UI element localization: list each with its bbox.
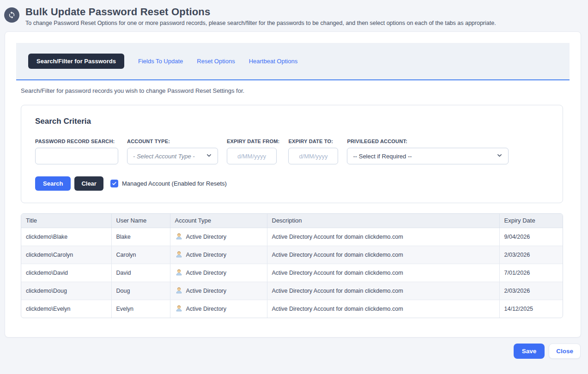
table-row[interactable]: clickdemo\Evelyn Evelyn Active Directory… — [21, 300, 563, 318]
tab-description: Search/Filter for password records you w… — [21, 87, 570, 94]
main-card: Search/Filter for Passwords Fields To Up… — [5, 31, 581, 338]
search-criteria-panel: Search Criteria PASSWORD RECORD SEARCH: … — [21, 105, 563, 203]
cell-user-name: Carolyn — [111, 246, 170, 264]
cell-expiry-date: 2/03/2026 — [499, 282, 563, 300]
managed-account-checkbox-wrap[interactable]: Managed Account (Enabled for Resets) — [110, 180, 227, 187]
search-criteria-heading: Search Criteria — [35, 117, 549, 126]
table-row[interactable]: clickdemo\Doug Doug Active Directory Act… — [21, 282, 563, 300]
tab-reset-options[interactable]: Reset Options — [197, 58, 235, 65]
cell-description: Active Directory Account for domain clic… — [267, 228, 499, 246]
cell-user-name: Doug — [111, 282, 170, 300]
column-header-expiry-date[interactable]: Expiry Date — [499, 214, 563, 228]
cell-title: clickdemo\Blake — [21, 228, 111, 246]
search-button[interactable]: Search — [35, 176, 71, 191]
cell-description: Active Directory Account for domain clic… — [267, 246, 499, 264]
password-record-search-field: PASSWORD RECORD SEARCH: — [35, 139, 118, 164]
search-actions-row: Search Clear Managed Account (Enabled fo… — [35, 176, 549, 191]
account-type-label: ACCOUNT TYPE: — [127, 139, 218, 144]
table-body: clickdemo\Blake Blake Active Directory A… — [21, 228, 563, 318]
cell-user-name: Blake — [111, 228, 170, 246]
tab-heartbeat-options[interactable]: Heartbeat Options — [249, 58, 298, 65]
password-record-search-input[interactable] — [35, 148, 118, 164]
save-button[interactable]: Save — [514, 344, 545, 359]
account-type-field: ACCOUNT TYPE: - Select Account Type - — [127, 139, 218, 164]
cell-title: clickdemo\David — [21, 264, 111, 282]
expiry-date-from-field: EXPIRY DATE FROM: — [227, 139, 279, 164]
privileged-account-select[interactable]: -- Select if Required -- — [347, 148, 509, 164]
close-button[interactable]: Close — [549, 344, 581, 359]
results-table: Title User Name Account Type Description… — [21, 213, 563, 318]
page-title: Bulk Update Password Reset Options — [25, 6, 496, 18]
cell-user-name: David — [111, 264, 170, 282]
expiry-date-from-label: EXPIRY DATE FROM: — [227, 139, 279, 144]
expiry-date-to-input[interactable] — [288, 148, 338, 164]
footer-actions: Save Close — [0, 344, 581, 359]
column-header-title[interactable]: Title — [21, 214, 111, 228]
password-record-search-label: PASSWORD RECORD SEARCH: — [35, 139, 118, 144]
cell-description: Active Directory Account for domain clic… — [267, 282, 499, 300]
cell-account-type: Active Directory — [175, 264, 262, 282]
cell-account-type: Active Directory — [175, 228, 262, 246]
table-row[interactable]: clickdemo\David David Active Directory A… — [21, 264, 563, 282]
chevron-down-icon — [497, 152, 503, 160]
cell-expiry-date: 9/04/2026 — [499, 228, 563, 246]
expiry-date-from-input[interactable] — [227, 148, 277, 164]
tab-fields-to-update[interactable]: Fields To Update — [138, 58, 183, 65]
user-icon — [175, 268, 183, 277]
cell-description: Active Directory Account for domain clic… — [267, 264, 499, 282]
expiry-date-to-field: EXPIRY DATE TO: — [288, 139, 338, 164]
managed-account-checkbox[interactable] — [110, 180, 118, 187]
cell-title: clickdemo\Carolyn — [21, 246, 111, 264]
user-icon — [175, 232, 183, 241]
cell-expiry-date: 2/03/2026 — [499, 246, 563, 264]
column-header-description[interactable]: Description — [267, 214, 499, 228]
tab-search-filter-for-passwords[interactable]: Search/Filter for Passwords — [28, 54, 124, 69]
privileged-account-label: PRIVILEGED ACCOUNT: — [347, 139, 509, 144]
cell-description: Active Directory Account for domain clic… — [267, 300, 499, 318]
managed-account-checkbox-label: Managed Account (Enabled for Resets) — [122, 180, 227, 187]
header-text: Bulk Update Password Reset Options To ch… — [25, 6, 496, 26]
table-header-row: Title User Name Account Type Description… — [21, 214, 563, 228]
search-criteria-form: PASSWORD RECORD SEARCH: ACCOUNT TYPE: - … — [35, 139, 549, 164]
account-type-selected-value: - Select Account Type - — [133, 153, 195, 160]
cell-expiry-date: 7/01/2026 — [499, 264, 563, 282]
cell-title: clickdemo\Doug — [21, 282, 111, 300]
page-header: Bulk Update Password Reset Options To ch… — [0, 0, 588, 26]
account-type-select[interactable]: - Select Account Type - — [127, 148, 218, 164]
cell-expiry-date: 14/12/2025 — [499, 300, 563, 318]
table-row[interactable]: clickdemo\Carolyn Carolyn Active Directo… — [21, 246, 563, 264]
expiry-date-to-label: EXPIRY DATE TO: — [288, 139, 338, 144]
sync-icon — [4, 7, 19, 23]
cell-account-type: Active Directory — [175, 300, 262, 318]
privileged-account-field: PRIVILEGED ACCOUNT: -- Select if Require… — [347, 139, 509, 164]
clear-button[interactable]: Clear — [74, 176, 103, 191]
chevron-down-icon — [206, 152, 212, 160]
user-icon — [175, 286, 183, 296]
user-icon — [175, 250, 183, 259]
column-header-user-name[interactable]: User Name — [111, 214, 170, 228]
tab-strip: Search/Filter for Passwords Fields To Up… — [16, 43, 570, 80]
cell-user-name: Evelyn — [111, 300, 170, 318]
column-header-account-type[interactable]: Account Type — [170, 214, 267, 228]
user-icon — [175, 304, 183, 314]
cell-account-type: Active Directory — [175, 282, 262, 300]
cell-title: clickdemo\Evelyn — [21, 300, 111, 318]
page-subtitle: To change Password Reset Options for one… — [25, 20, 496, 26]
cell-account-type: Active Directory — [175, 246, 262, 264]
privileged-account-selected-value: -- Select if Required -- — [353, 153, 412, 160]
table-row[interactable]: clickdemo\Blake Blake Active Directory A… — [21, 228, 563, 246]
